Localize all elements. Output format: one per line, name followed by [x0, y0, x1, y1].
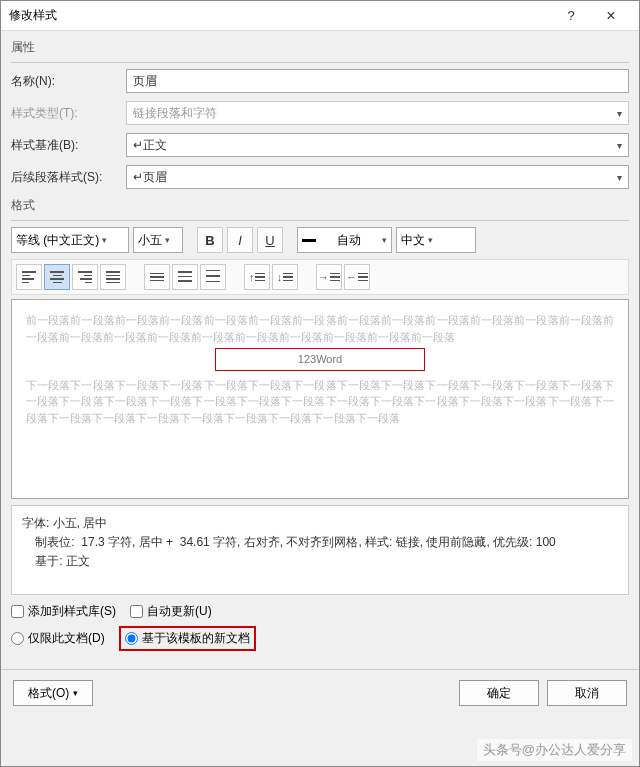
align-center-button[interactable] [44, 264, 70, 290]
style-base-label: 样式基准(B): [11, 137, 126, 154]
format-menu-button[interactable]: 格式(O)▾ [13, 680, 93, 706]
chevron-down-icon: ▾ [617, 140, 622, 151]
spacing-1-button[interactable] [144, 264, 170, 290]
chevron-down-icon: ▾ [382, 235, 387, 245]
template-radio[interactable]: 基于该模板的新文档 [119, 626, 256, 651]
name-input[interactable] [126, 69, 629, 93]
dialog-title: 修改样式 [9, 7, 551, 24]
auto-update-checkbox[interactable]: 自动更新(U) [130, 603, 212, 620]
indent-inc-button[interactable]: → [316, 264, 342, 290]
divider [11, 220, 629, 221]
style-type-label: 样式类型(T): [11, 105, 126, 122]
divider [11, 62, 629, 63]
preview-sample: 123Word [215, 348, 425, 371]
bold-button[interactable]: B [197, 227, 223, 253]
color-select[interactable]: 自动▾ [297, 227, 392, 253]
align-left-button[interactable] [16, 264, 42, 290]
spacing-2-button[interactable] [200, 264, 226, 290]
watermark-text: 头条号@办公达人爱分享 [477, 739, 632, 761]
chevron-down-icon: ▾ [617, 172, 622, 183]
indent-dec-button[interactable]: ← [344, 264, 370, 290]
desc-line: 基于: 正文 [22, 552, 618, 571]
language-select[interactable]: 中文▾ [396, 227, 476, 253]
space-before-inc-button[interactable]: ↑ [244, 264, 270, 290]
style-base-select[interactable]: ↵正文▾ [126, 133, 629, 157]
desc-line: 字体: 小五, 居中 [22, 514, 618, 533]
description-box: 字体: 小五, 居中 制表位: 17.3 字符, 居中 + 34.61 字符, … [11, 505, 629, 595]
spacing-1.5-button[interactable] [172, 264, 198, 290]
properties-heading: 属性 [11, 39, 629, 56]
underline-button[interactable]: U [257, 227, 283, 253]
space-before-dec-button[interactable]: ↓ [272, 264, 298, 290]
style-type-select: 链接段落和字符▾ [126, 101, 629, 125]
chevron-down-icon: ▾ [73, 688, 78, 698]
chevron-down-icon: ▾ [165, 235, 170, 245]
chevron-down-icon: ▾ [617, 108, 622, 119]
add-to-gallery-checkbox[interactable]: 添加到样式库(S) [11, 603, 116, 620]
this-doc-radio[interactable]: 仅限此文档(D) [11, 630, 105, 647]
font-select[interactable]: 等线 (中文正文)▾ [11, 227, 129, 253]
size-select[interactable]: 小五▾ [133, 227, 183, 253]
cancel-button[interactable]: 取消 [547, 680, 627, 706]
format-heading: 格式 [11, 197, 629, 214]
modify-style-dialog: 修改样式 ? × 属性 名称(N): 样式类型(T): 链接段落和字符▾ 样式基… [0, 0, 640, 767]
align-right-button[interactable] [72, 264, 98, 290]
preview-prev-text: 前一段落前一段落前一段落前一段落前一段落前一段落前一段落前一段落前一段落前一段落… [26, 312, 614, 345]
name-label: 名称(N): [11, 73, 126, 90]
align-justify-button[interactable] [100, 264, 126, 290]
next-style-select[interactable]: ↵页眉▾ [126, 165, 629, 189]
preview-next-text: 下一段落下一段落下一段落下一段落下一段落下一段落下一段落下一段落下一段落下一段落… [26, 377, 614, 427]
preview-pane: 前一段落前一段落前一段落前一段落前一段落前一段落前一段落前一段落前一段落前一段落… [11, 299, 629, 499]
help-button[interactable]: ? [551, 1, 591, 31]
chevron-down-icon: ▾ [102, 235, 107, 245]
italic-button[interactable]: I [227, 227, 253, 253]
next-style-label: 后续段落样式(S): [11, 169, 126, 186]
titlebar: 修改样式 ? × [1, 1, 639, 31]
chevron-down-icon: ▾ [428, 235, 433, 245]
desc-line: 制表位: 17.3 字符, 居中 + 34.61 字符, 右对齐, 不对齐到网格… [22, 533, 618, 552]
ok-button[interactable]: 确定 [459, 680, 539, 706]
close-button[interactable]: × [591, 1, 631, 31]
